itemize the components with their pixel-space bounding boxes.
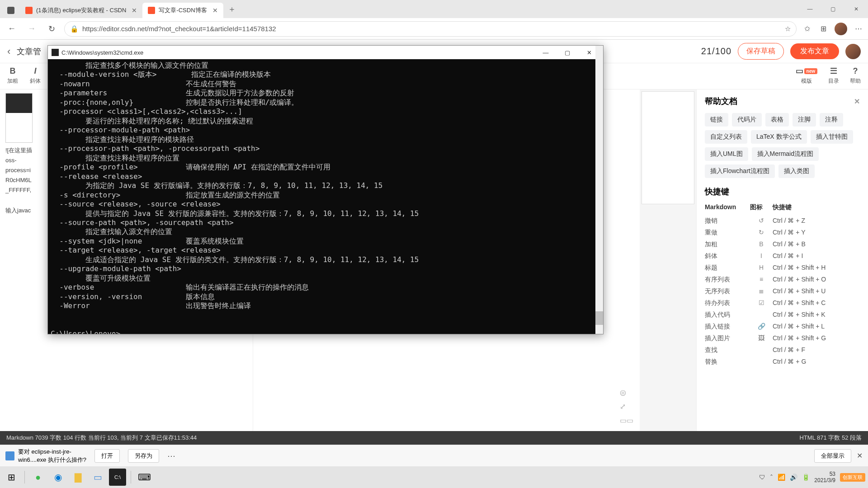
url-text: https://editor.csdn.net/md?not_checkout=… bbox=[82, 25, 276, 33]
help-panel-title: 帮助文档 bbox=[705, 96, 737, 107]
explorer-icon[interactable]: ▇ bbox=[69, 469, 86, 486]
bold-label: 加粗 bbox=[7, 77, 18, 85]
status-bar: Markdown 7039 字数 104 行数 当前行 103, 当前列 7 文… bbox=[0, 431, 868, 445]
shortcut-title: 快捷键 bbox=[705, 186, 860, 197]
target-icon[interactable]: ◎ bbox=[620, 388, 633, 397]
help-chip[interactable]: 注脚 bbox=[793, 113, 816, 127]
shortcut-header: Markdown 图标 快捷键 bbox=[705, 202, 860, 213]
help-chip[interactable]: 注释 bbox=[820, 113, 843, 127]
download-item: 要对 eclipse-inst-jre- win6....exe 执行什么操作? bbox=[5, 448, 86, 464]
close-icon[interactable]: ✕ bbox=[132, 7, 137, 14]
close-icon[interactable]: ✕ bbox=[212, 7, 218, 14]
save-draft-button[interactable]: 保存草稿 bbox=[738, 43, 784, 60]
close-button[interactable]: ✕ bbox=[846, 2, 866, 16]
close-download-button[interactable]: ✕ bbox=[857, 451, 863, 460]
forward-button[interactable]: → bbox=[24, 22, 39, 36]
address-bar[interactable]: 🔒 https://editor.csdn.net/md?not_checkou… bbox=[64, 21, 797, 37]
maximize-button[interactable]: ▢ bbox=[557, 46, 578, 59]
help-panel: 帮助文档 ✕ 链接代码片表格注脚注释自定义列表LaTeX 数学公式插入甘特图插入… bbox=[696, 89, 868, 431]
title-char-count: 21/100 bbox=[701, 46, 731, 56]
help-chip[interactable]: 插入Mermaid流程图 bbox=[752, 147, 819, 161]
tab-title: 写文章-CSDN博客 bbox=[159, 6, 207, 14]
edge-home-tab[interactable] bbox=[2, 3, 20, 18]
help-chip[interactable]: 代码片 bbox=[732, 113, 762, 127]
user-avatar[interactable] bbox=[845, 44, 861, 59]
more-button[interactable]: ⋯ bbox=[167, 451, 175, 461]
minimap-thumb[interactable] bbox=[642, 91, 694, 204]
help-chip[interactable]: 自定义列表 bbox=[705, 130, 747, 144]
edge-icon[interactable]: ◉ bbox=[49, 469, 66, 486]
cmd-icon bbox=[52, 49, 59, 56]
toc-icon: ☰ bbox=[830, 66, 837, 76]
shortcut-row: 有序列表≡Ctrl / ⌘ + Shift + O bbox=[705, 274, 860, 286]
save-as-button[interactable]: 另存为 bbox=[128, 449, 159, 463]
italic-button[interactable]: I 斜体 bbox=[30, 66, 41, 85]
italic-icon: I bbox=[34, 66, 36, 76]
minimize-button[interactable]: — bbox=[800, 2, 820, 16]
browser-tab-1[interactable]: 写文章-CSDN博客 ✕ bbox=[142, 3, 223, 18]
windows-taskbar: ⊞ ● ◉ ▇ ▭ C:\ ⌨ 🛡 ˄ 📶 🔊 🔋 53 2021/3/9 创新… bbox=[0, 466, 868, 488]
battery-icon[interactable]: 🔋 bbox=[802, 474, 810, 481]
clock[interactable]: 53 2021/3/9 bbox=[814, 471, 835, 484]
browser-address-row: ← → ↻ 🔒 https://editor.csdn.net/md?not_c… bbox=[0, 18, 868, 40]
toc-button[interactable]: ☰ 目录 bbox=[828, 66, 839, 85]
collections-icon[interactable]: ⊞ bbox=[818, 24, 828, 34]
download-question-1: 要对 eclipse-inst-jre- bbox=[18, 448, 86, 456]
scrollbar[interactable] bbox=[595, 46, 603, 334]
help-icon: ? bbox=[853, 66, 858, 76]
keyboard-icon[interactable]: ⌨ bbox=[136, 469, 153, 486]
minimize-button[interactable]: — bbox=[535, 46, 556, 59]
publish-button[interactable]: 发布文章 bbox=[790, 43, 839, 59]
favorites-icon[interactable]: ✩ bbox=[802, 24, 812, 34]
cmd-window[interactable]: C:\Windows\system32\cmd.exe — ▢ ✕ 指定查找多个… bbox=[47, 45, 604, 334]
settings-icon[interactable]: ▭ bbox=[89, 469, 106, 486]
scrollbar-thumb[interactable] bbox=[595, 311, 603, 325]
cmd-title-text: C:\Windows\system32\cmd.exe bbox=[61, 49, 143, 56]
help-chip[interactable]: 插入甘特图 bbox=[811, 130, 853, 144]
cmd-output[interactable]: 指定查找多个模块的输入源文件的位置 --module-version <版本> … bbox=[48, 59, 603, 334]
close-icon[interactable]: ✕ bbox=[854, 97, 860, 106]
help-chip[interactable]: LaTeX 数学公式 bbox=[751, 130, 807, 144]
show-all-button[interactable]: 全部显示 bbox=[814, 449, 851, 463]
new-tab-button[interactable]: ＋ bbox=[223, 4, 241, 14]
help-chip[interactable]: 插入Flowchart流程图 bbox=[705, 164, 775, 178]
help-chip[interactable]: 链接 bbox=[705, 113, 728, 127]
shortcut-row: 无序列表≣Ctrl / ⌘ + Shift + U bbox=[705, 286, 860, 297]
system-tray: 🛡 ˄ 📶 🔊 🔋 53 2021/3/9 创新互联 bbox=[759, 471, 865, 484]
refresh-button[interactable]: ↻ bbox=[44, 22, 59, 36]
browser-tab-0[interactable]: (1条消息) eclipse安装教程 - CSDN ✕ bbox=[20, 3, 142, 18]
volume-icon[interactable]: 🔊 bbox=[790, 474, 797, 481]
template-button[interactable]: ▭new 模版 bbox=[796, 66, 817, 85]
help-button[interactable]: ? 帮助 bbox=[850, 66, 861, 85]
help-chip[interactable]: 插入类图 bbox=[778, 164, 815, 178]
shortcut-row: 插入图片🖼Ctrl / ⌘ + Shift + G bbox=[705, 333, 860, 344]
favorite-icon[interactable]: ☆ bbox=[785, 25, 791, 33]
cmd-titlebar[interactable]: C:\Windows\system32\cmd.exe — ▢ ✕ bbox=[48, 46, 603, 59]
wechat-icon[interactable]: ● bbox=[29, 469, 47, 486]
expand-icon[interactable]: ⤢ bbox=[620, 402, 633, 411]
shortcut-row: 标题HCtrl / ⌘ + Shift + H bbox=[705, 262, 860, 274]
help-chip[interactable]: 表格 bbox=[765, 113, 789, 127]
security-icon[interactable]: 🛡 bbox=[759, 474, 765, 481]
open-button[interactable]: 打开 bbox=[94, 449, 120, 463]
profile-avatar[interactable] bbox=[835, 23, 847, 35]
bold-button[interactable]: B 加粗 bbox=[7, 66, 18, 85]
start-button[interactable]: ⊞ bbox=[3, 469, 20, 486]
menu-icon[interactable]: ⋯ bbox=[854, 24, 863, 34]
shortcut-row: 待办列表☑Ctrl / ⌘ + Shift + C bbox=[705, 297, 860, 309]
file-icon bbox=[5, 451, 14, 460]
back-icon[interactable]: ‹ bbox=[7, 46, 10, 57]
tab-title: (1条消息) eclipse安装教程 - CSDN bbox=[36, 6, 126, 14]
back-button[interactable]: ← bbox=[5, 22, 19, 36]
status-left: Markdown 7039 字数 104 行数 当前行 103, 当前列 7 文… bbox=[6, 434, 197, 442]
status-right: HTML 871 字数 52 段落 bbox=[799, 434, 862, 442]
shortcut-row: 替换Ctrl / ⌘ + G bbox=[705, 356, 860, 368]
columns-icon[interactable]: ▭▭ bbox=[620, 416, 633, 425]
chevron-up-icon[interactable]: ˄ bbox=[770, 474, 773, 481]
wifi-icon[interactable]: 📶 bbox=[778, 474, 785, 481]
maximize-button[interactable]: ▢ bbox=[823, 2, 843, 16]
help-chip[interactable]: 插入UML图 bbox=[705, 147, 748, 161]
watermark: 创新互联 bbox=[840, 473, 865, 482]
cmd-icon[interactable]: C:\ bbox=[109, 469, 126, 486]
template-icon: ▭new bbox=[796, 66, 817, 76]
